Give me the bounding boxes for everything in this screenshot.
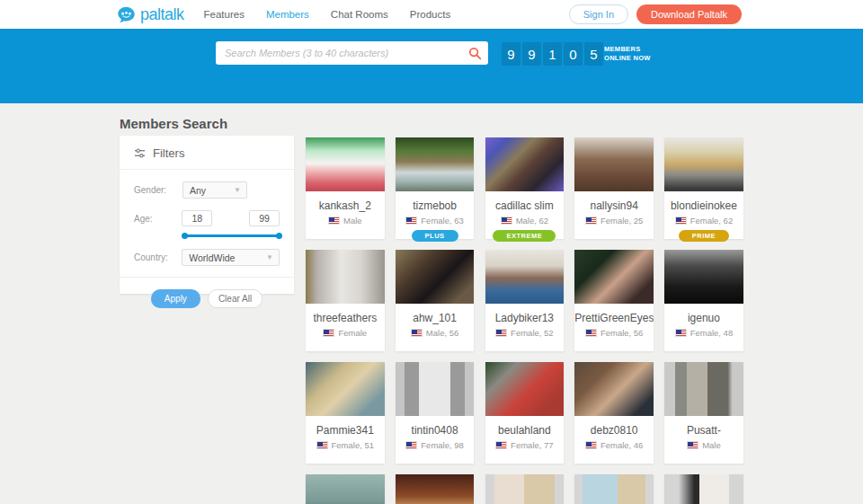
country-select[interactable]: WorldWide ▼ [182,249,280,266]
member-card[interactable]: blondieinokee Female, 62 PRIME [664,137,743,239]
clear-all-button[interactable]: Clear All [208,289,262,308]
member-card[interactable] [574,474,654,504]
member-card[interactable]: tintin0408 Female, 98 [396,362,475,464]
member-name[interactable]: Pusatt- [664,424,743,437]
member-gender-age: Female [338,328,367,338]
paltalk-logo[interactable]: paltalk [117,5,184,24]
member-photo[interactable] [396,474,475,504]
us-flag-icon [495,441,507,449]
member-photo[interactable] [306,250,385,304]
nav-item-members[interactable]: Members [266,9,309,20]
member-card[interactable]: threefeathers Female [306,250,385,351]
member-card[interactable]: Ladybiker13 Female, 52 [485,250,565,351]
member-photo[interactable] [574,362,654,416]
member-photo[interactable] [396,137,475,191]
page-title: Members Search [120,116,227,131]
member-card[interactable] [396,474,475,504]
member-photo[interactable] [306,362,385,416]
age-max-input[interactable] [249,210,280,226]
member-card[interactable] [485,474,565,504]
nav-item-products[interactable]: Products [410,9,450,20]
member-gender-age: Female, 98 [421,440,464,450]
member-name[interactable]: tintin0408 [396,424,475,437]
chevron-down-icon: ▼ [234,186,241,194]
top-header: paltalk FeaturesMembersChat RoomsProduct… [0,0,863,29]
nav-item-features[interactable]: Features [204,9,245,20]
member-photo[interactable] [485,250,565,304]
us-flag-icon [675,217,687,225]
member-gender-age: Male [343,216,362,225]
member-card[interactable] [306,474,385,504]
member-meta: Female, 63 [396,216,475,225]
member-photo[interactable] [574,474,654,504]
member-meta: Female, 52 [485,328,565,338]
member-name[interactable]: kankash_2 [306,199,385,212]
member-gender-age: Female, 25 [601,216,644,225]
members-online-label: MEMBERS ONLINE NOW [604,45,651,63]
member-photo[interactable] [664,362,743,416]
counter-digit: 0 [564,42,583,66]
member-name[interactable]: tizmebob [396,199,475,212]
member-card[interactable]: kankash_2 Male [306,137,385,239]
member-photo[interactable] [485,474,565,504]
member-name[interactable]: Pammie341 [306,424,385,437]
member-photo[interactable] [485,137,565,191]
member-meta: Male [306,216,385,225]
member-card[interactable]: nallysin94 Female, 25 [574,137,654,239]
member-photo[interactable] [664,137,743,191]
member-card[interactable]: ahw_101 Male, 56 [396,250,475,351]
member-name[interactable]: nallysin94 [574,199,654,212]
member-photo[interactable] [485,362,565,416]
member-card[interactable]: cadillac slim Male, 62 EXTREME [485,137,565,239]
member-name[interactable]: debz0810 [574,424,654,437]
member-card[interactable]: debz0810 Female, 46 [574,362,654,464]
member-card[interactable]: tizmebob Female, 63 PLUS [396,137,475,239]
nav-item-chat-rooms[interactable]: Chat Rooms [331,9,388,20]
sign-in-button[interactable]: Sign In [569,4,628,24]
age-slider-min-handle[interactable] [182,233,188,239]
member-photo[interactable] [306,137,385,191]
member-meta: Male [664,440,743,450]
member-name[interactable]: threefeathers [306,312,385,324]
member-name[interactable]: beulahland [485,424,565,437]
gender-filter-row: Gender: Any ▼ [120,181,294,199]
counter-digit: 1 [543,42,562,66]
age-label: Age: [134,214,182,224]
member-photo[interactable] [664,474,743,504]
member-card[interactable]: Pammie341 Female, 51 [306,362,385,464]
member-photo[interactable] [574,250,654,304]
paltalk-logo-icon [117,5,136,24]
member-photo[interactable] [396,362,475,416]
apply-button[interactable]: Apply [151,289,200,308]
member-card[interactable]: Pusatt- Male [664,362,743,464]
member-photo[interactable] [396,250,475,304]
download-paltalk-button[interactable]: Download Paltalk [636,4,742,24]
gender-select[interactable]: Any ▼ [182,181,247,199]
filters-panel: Filters Gender: Any ▼ Age: Country: Worl… [120,136,294,294]
member-gender-age: Male, 62 [516,216,548,225]
member-name[interactable]: ahw_101 [396,312,475,324]
search-button[interactable] [461,41,488,65]
member-name[interactable]: PrettiGreenEyes [574,312,654,324]
member-card[interactable]: PrettiGreenEyes Female, 56 [574,250,654,351]
header-actions: Sign In Download Paltalk [569,4,742,24]
age-slider-max-handle[interactable] [276,233,282,239]
member-card[interactable] [664,474,743,504]
filters-title: Filters [153,146,184,160]
member-name[interactable]: blondieinokee [664,199,743,212]
member-name[interactable]: igenuo [664,312,743,324]
member-meta: Female, 25 [574,216,654,225]
member-name[interactable]: cadillac slim [485,199,565,212]
member-name[interactable]: Ladybiker13 [485,312,565,324]
age-min-input[interactable] [182,210,212,226]
member-card[interactable]: igenuo Female, 48 [664,250,743,351]
us-flag-icon [585,441,597,449]
member-photo[interactable] [574,137,654,191]
search-input[interactable] [216,48,461,58]
member-photo[interactable] [306,474,385,504]
age-range-slider[interactable] [182,234,281,237]
member-photo[interactable] [664,250,743,304]
gender-selected-value: Any [190,185,206,196]
member-card[interactable]: beulahland Female, 77 [485,362,565,464]
member-meta: Female [306,328,385,338]
